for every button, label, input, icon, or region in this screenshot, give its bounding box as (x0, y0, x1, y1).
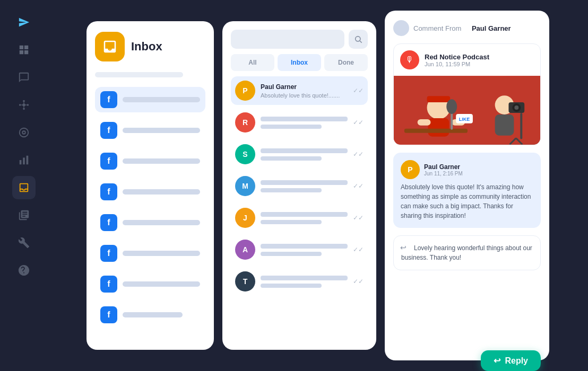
message-content-3 (261, 148, 348, 161)
sidebar-icon-library[interactable] (12, 204, 36, 227)
message-content-5 (261, 212, 348, 224)
sidebar-icon-hub[interactable] (12, 93, 36, 117)
commenter-small-avatar (393, 20, 409, 36)
inbox-header: Inbox (95, 32, 205, 61)
svg-rect-29 (495, 114, 514, 136)
message-item-4[interactable]: M ✓✓ (231, 172, 368, 200)
svg-point-10 (22, 131, 25, 134)
svg-point-0 (22, 103, 25, 107)
msg-tick-7: ✓✓ (353, 278, 364, 285)
tab-all[interactable]: All (231, 54, 274, 71)
svg-rect-20 (428, 118, 449, 137)
message-item-6[interactable]: A ✓✓ (231, 235, 368, 264)
message-content-4 (261, 180, 348, 192)
commenter-info: Paul Garner Jun 11, 2:16 PM (424, 163, 463, 176)
sidebar-icon-send[interactable] (12, 11, 36, 34)
msg-name-bar-4 (261, 180, 348, 185)
search-bar-row (231, 30, 368, 49)
msg-preview-bar-6 (261, 252, 322, 256)
search-input[interactable] (231, 30, 344, 49)
commenter-date: Jun 11, 2:16 PM (424, 171, 463, 176)
reply-button-icon: ↩ (494, 356, 500, 366)
svg-rect-12 (23, 157, 25, 164)
msg-preview-bar-2 (261, 125, 322, 129)
sidebar-icon-chat[interactable] (12, 66, 36, 89)
avatar-paul: P (235, 81, 255, 101)
sidebar-icon-support[interactable] (12, 259, 36, 282)
msg-meta-3: ✓✓ (353, 151, 364, 158)
sidebar-icon-tools[interactable] (12, 231, 36, 254)
reply-text: Lovely hearing wonderful things about ou… (401, 244, 532, 261)
message-item-7[interactable]: T ✓✓ (231, 267, 368, 296)
podcast-mic-icon: 🎙 (400, 50, 419, 69)
msg-tick-4: ✓✓ (353, 182, 364, 190)
inbox-badge-icon (95, 32, 125, 61)
avatar-4: M (235, 176, 255, 196)
svg-point-4 (23, 108, 25, 110)
facebook-icon-8: f (100, 306, 117, 323)
main-content: Inbox f f f f f f f (48, 0, 588, 371)
reply-area[interactable]: ↩ Lovely hearing wonderful things about … (393, 235, 541, 270)
account-bar-1 (123, 97, 200, 102)
account-item-7[interactable]: f (95, 271, 205, 297)
sidebar-icon-grid[interactable] (12, 38, 36, 61)
msg-meta-4: ✓✓ (353, 182, 364, 190)
message-content-6 (261, 244, 348, 256)
tab-inbox[interactable]: Inbox (278, 54, 321, 71)
msg-meta-1: ✓✓ (353, 87, 364, 94)
avatar-7: T (235, 271, 255, 292)
facebook-icon-3: f (100, 153, 117, 170)
comment-from-header: Comment From Paul Garner (393, 20, 541, 36)
svg-rect-19 (427, 96, 451, 102)
inbox-title: Inbox (131, 40, 162, 54)
accounts-search-bar (95, 72, 183, 77)
account-item-1[interactable]: f (95, 87, 205, 112)
message-item-5[interactable]: J ✓✓ (231, 204, 368, 232)
podcast-date: Jun 10, 11:59 PM (425, 61, 489, 67)
sidebar-icon-settings-circle[interactable] (12, 121, 36, 144)
account-item-3[interactable]: f (95, 148, 205, 174)
facebook-icon-2: f (100, 122, 117, 139)
search-button[interactable] (349, 30, 368, 49)
msg-tick-3: ✓✓ (353, 151, 364, 158)
account-bar-3 (123, 158, 200, 164)
commenter-name: Paul Garner (424, 163, 463, 171)
msg-name-1: Paul Garner (261, 83, 348, 91)
account-bar-6 (123, 251, 200, 256)
msg-name-bar-2 (261, 117, 348, 121)
commenter-avatar: P (401, 160, 420, 179)
tab-done[interactable]: Done (324, 54, 368, 71)
msg-tick-1: ✓✓ (353, 87, 364, 94)
account-item-8[interactable]: f (95, 302, 205, 328)
message-content-2 (261, 117, 348, 129)
msg-preview-bar-4 (261, 188, 322, 192)
svg-point-32 (514, 105, 518, 110)
avatar-2: R (235, 112, 255, 132)
account-bar-7 (123, 281, 200, 287)
message-item-1[interactable]: P Paul Garner Absolutely love this quote… (231, 76, 368, 105)
account-item-5[interactable]: f (95, 210, 205, 235)
podcast-card-header: 🎙 Red Notice Podcast Jun 10, 11:59 PM (394, 44, 540, 76)
account-item-4[interactable]: f (95, 179, 205, 205)
message-content-7 (261, 276, 348, 288)
facebook-icon-1: f (100, 91, 117, 108)
account-bar-4 (123, 189, 200, 195)
msg-preview-1: Absolutely love this quote!....... (261, 92, 348, 99)
account-item-6[interactable]: f (95, 241, 205, 266)
msg-preview-bar-7 (261, 284, 322, 288)
message-item-3[interactable]: S ✓✓ (231, 140, 368, 169)
reply-button[interactable]: ↩ Reply (481, 350, 541, 371)
message-item-2[interactable]: R ✓✓ (231, 108, 368, 137)
panel-accounts: Inbox f f f f f f f (87, 21, 214, 350)
account-bar-2 (123, 128, 200, 133)
msg-meta-5: ✓✓ (353, 214, 364, 222)
comment-bubble: P Paul Garner Jun 11, 2:16 PM Absolutely… (393, 153, 541, 228)
account-item-2[interactable]: f (95, 118, 205, 143)
sidebar-icon-chart[interactable] (12, 148, 36, 172)
msg-name-bar-7 (261, 276, 348, 280)
panel-messages: All Inbox Done P Paul Garner Absolutely … (222, 21, 376, 350)
comment-text: Absolutely love this quote! It's amazing… (401, 182, 533, 220)
sidebar-icon-inbox[interactable] (12, 176, 36, 199)
svg-point-9 (20, 128, 29, 137)
msg-tick-5: ✓✓ (353, 214, 364, 222)
